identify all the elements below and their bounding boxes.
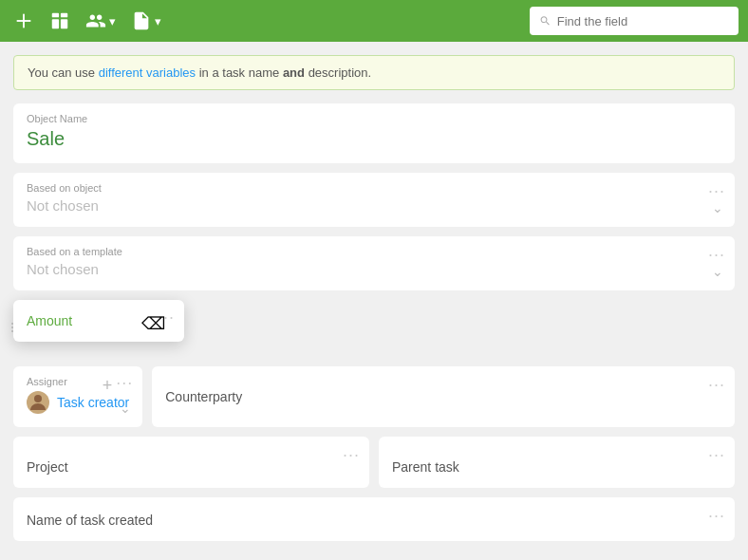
name-of-task-label: Name of task created	[27, 513, 721, 528]
svg-point-6	[34, 395, 42, 402]
amount-card: ··· Amount ⌫	[13, 300, 184, 342]
object-name-label: Object Name	[27, 113, 721, 124]
counterparty-dots[interactable]: ···	[708, 376, 725, 393]
banner-suffix: description.	[309, 65, 371, 80]
based-on-object-dots[interactable]: ···	[708, 182, 725, 199]
layout-icon[interactable]	[46, 7, 74, 35]
search-icon	[539, 14, 552, 28]
amount-dots[interactable]: ···	[158, 308, 175, 327]
project-label: Project	[27, 459, 356, 475]
svg-rect-3	[61, 13, 67, 18]
assigner-chevron[interactable]: ⌄	[120, 401, 131, 416]
name-of-task-dots[interactable]: ···	[708, 507, 725, 524]
based-on-object-card: ··· Based on object Not chosen ⌄	[13, 173, 735, 227]
parent-task-card: ··· Parent task	[379, 437, 735, 488]
assigner-card: ··· + Assigner Task creator ⌄	[13, 366, 142, 427]
svg-rect-4	[52, 19, 59, 28]
object-name-card: Object Name Sale	[13, 103, 735, 163]
based-on-template-value[interactable]: Not chosen	[27, 261, 721, 277]
assigner-plus-icon[interactable]: +	[103, 376, 113, 396]
banner-conjunction: and	[283, 65, 305, 80]
users-dropdown[interactable]: ▾	[82, 7, 120, 35]
based-on-object-value[interactable]: Not chosen	[27, 197, 721, 214]
assigner-dots[interactable]: ···	[116, 374, 133, 391]
project-dots[interactable]: ···	[343, 446, 360, 463]
assigner-value[interactable]: Task creator	[57, 395, 129, 410]
object-name-value[interactable]: Sale	[27, 128, 721, 150]
main-content: You can use different variables in a tas…	[0, 42, 748, 560]
svg-rect-1	[17, 20, 31, 22]
svg-rect-2	[52, 13, 59, 18]
document-dropdown[interactable]: ▾	[127, 7, 165, 35]
search-box[interactable]	[530, 7, 739, 35]
assigner-inner: Task creator	[27, 391, 129, 414]
banner-prefix: You can use	[28, 65, 99, 80]
project-card: ··· Project	[13, 437, 369, 488]
based-on-template-label: Based on a template	[27, 246, 721, 257]
info-banner: You can use different variables in a tas…	[13, 55, 735, 90]
based-on-template-dots[interactable]: ···	[708, 246, 725, 263]
parent-task-dots[interactable]: ···	[708, 446, 725, 463]
name-of-task-card: ··· Name of task created	[13, 497, 735, 541]
based-on-template-chevron[interactable]: ⌄	[712, 264, 723, 279]
avatar	[27, 391, 49, 414]
counterparty-card: ··· Counterparty	[152, 366, 735, 427]
parent-task-label: Parent task	[392, 459, 721, 475]
add-icon[interactable]	[9, 7, 38, 35]
banner-middle: in a task name	[199, 65, 280, 80]
svg-rect-5	[61, 19, 67, 28]
assigner-counterparty-row: ··· + Assigner Task creator ⌄ ··· Counte…	[13, 366, 735, 427]
counterparty-label: Counterparty	[165, 389, 721, 404]
search-input[interactable]	[557, 14, 729, 28]
project-parenttask-row: ··· Project ··· Parent task	[13, 437, 735, 488]
amount-label: Amount	[27, 313, 171, 328]
based-on-template-card: ··· Based on a template Not chosen ⌄	[13, 236, 735, 290]
banner-link-variables[interactable]: different variables	[99, 65, 196, 80]
amount-section: ⠿ ··· Amount ⌫	[13, 300, 735, 357]
toolbar: ▾ ▾	[0, 0, 748, 42]
based-on-object-chevron[interactable]: ⌄	[712, 200, 723, 215]
based-on-object-label: Based on object	[27, 182, 721, 194]
assigner-label: Assigner	[27, 376, 129, 387]
